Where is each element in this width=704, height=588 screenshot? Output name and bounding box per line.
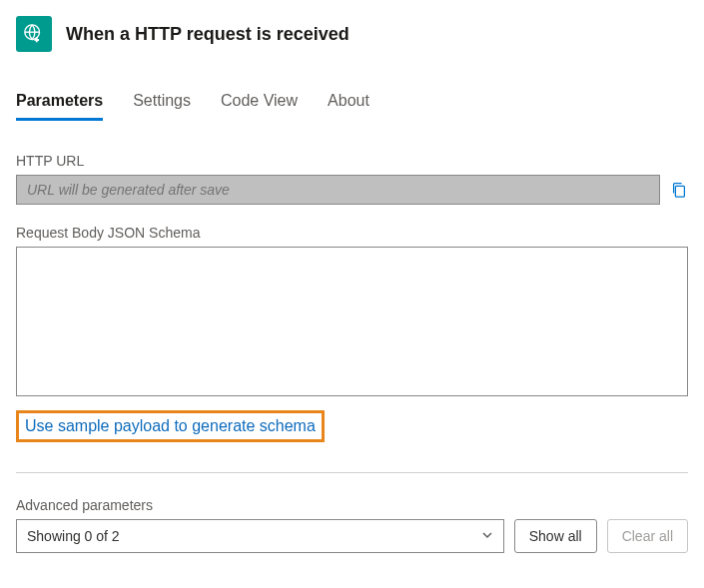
http-url-input[interactable]	[16, 175, 660, 205]
advanced-parameters-row: Showing 0 of 2 Show all Clear all	[16, 519, 688, 553]
advanced-label: Advanced parameters	[16, 497, 688, 513]
trigger-title: When a HTTP request is received	[66, 24, 350, 45]
tab-about[interactable]: About	[328, 92, 369, 121]
http-url-label: HTTP URL	[16, 153, 688, 169]
schema-textarea[interactable]	[16, 247, 688, 396]
tab-bar: Parameters Settings Code View About	[16, 92, 688, 121]
copy-icon	[670, 181, 688, 199]
http-trigger-icon	[16, 16, 52, 52]
clear-all-button: Clear all	[607, 519, 688, 553]
show-all-button[interactable]: Show all	[514, 519, 597, 553]
advanced-select-value: Showing 0 of 2	[27, 528, 120, 544]
schema-label: Request Body JSON Schema	[16, 225, 688, 241]
copy-url-button[interactable]	[670, 181, 688, 199]
tab-parameters[interactable]: Parameters	[16, 92, 103, 121]
trigger-header: When a HTTP request is received	[16, 16, 688, 52]
chevron-down-icon	[481, 528, 493, 544]
use-sample-payload-link[interactable]: Use sample payload to generate schema	[25, 417, 316, 434]
tab-settings[interactable]: Settings	[133, 92, 191, 121]
section-divider	[16, 472, 688, 473]
globe-icon	[23, 23, 45, 45]
sample-payload-highlight: Use sample payload to generate schema	[16, 410, 325, 442]
tab-code-view[interactable]: Code View	[221, 92, 298, 121]
svg-rect-1	[675, 186, 684, 197]
http-url-row	[16, 175, 688, 205]
advanced-select[interactable]: Showing 0 of 2	[16, 519, 504, 553]
